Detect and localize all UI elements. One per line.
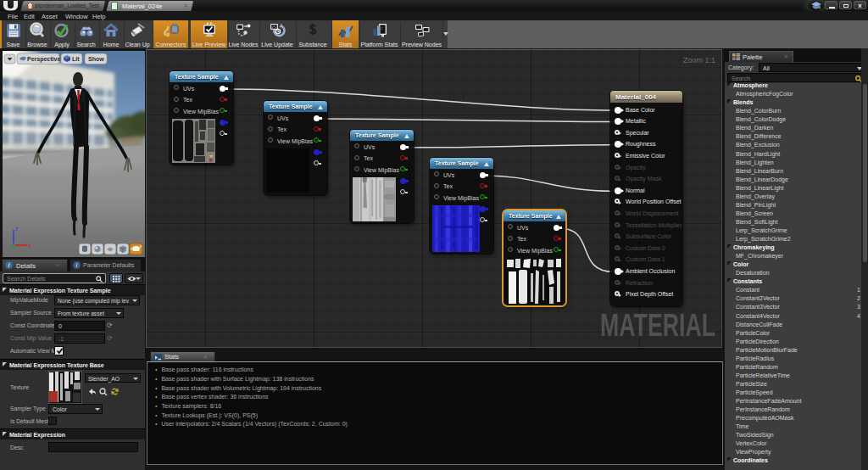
svg-text:Show: Show xyxy=(88,56,104,62)
svg-text:Perspective: Perspective xyxy=(27,56,60,63)
svg-text:x: x xyxy=(28,243,31,249)
svg-text:Lit: Lit xyxy=(72,56,80,62)
svg-text:z: z xyxy=(15,226,19,232)
